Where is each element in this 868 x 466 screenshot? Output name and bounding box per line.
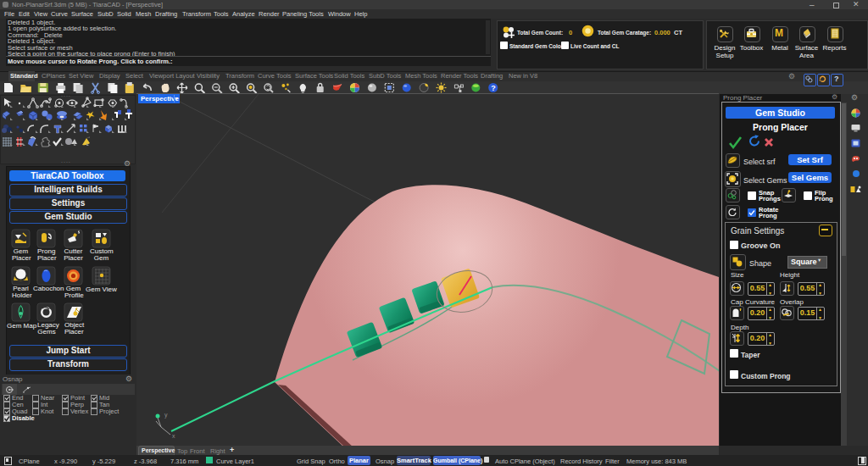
svg-text:?: ? — [491, 84, 496, 92]
svg-text:y: y — [164, 412, 168, 419]
svg-text:x: x — [172, 433, 175, 439]
